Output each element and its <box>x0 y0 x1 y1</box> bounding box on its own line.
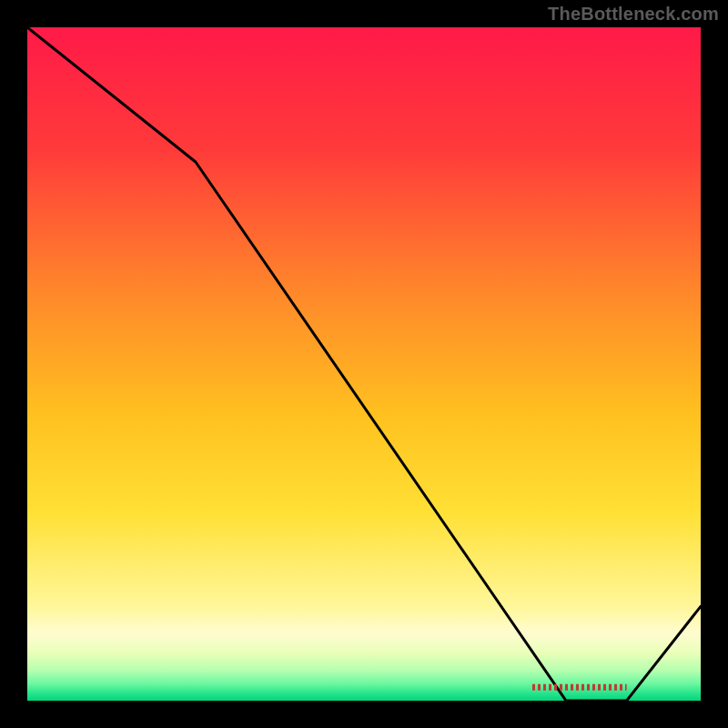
watermark-label: TheBottleneck.com <box>548 4 719 25</box>
chart-frame: TheBottleneck.com <box>0 0 728 728</box>
plot-area <box>27 27 701 701</box>
chart-svg <box>27 27 701 701</box>
gradient-rect <box>27 27 701 701</box>
